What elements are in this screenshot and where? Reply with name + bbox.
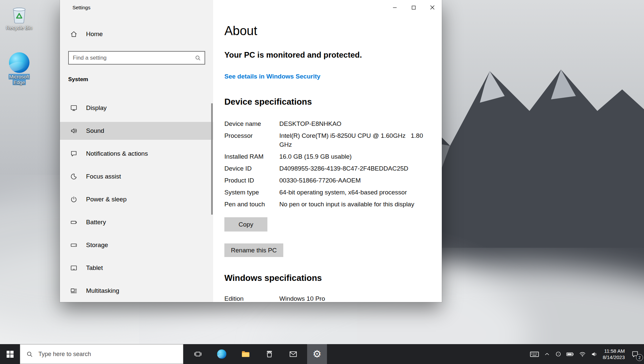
desktop-icon-label: Microsoft Edge xyxy=(4,74,34,85)
home-icon xyxy=(70,30,77,38)
spec-value: 00330-51866-77206-AAOEM xyxy=(279,176,427,185)
volume-button[interactable] xyxy=(591,351,598,357)
display-icon xyxy=(70,104,77,112)
battery-status-button[interactable] xyxy=(566,351,574,357)
window-controls xyxy=(385,0,442,15)
start-button[interactable] xyxy=(0,344,20,364)
tray-status-button[interactable] xyxy=(555,351,562,357)
taskbar: ⚙ xyxy=(0,344,644,364)
spec-label: Product ID xyxy=(224,176,279,185)
taskbar-search-input[interactable] xyxy=(38,350,148,358)
spec-label: Installed RAM xyxy=(224,152,279,161)
mail-icon xyxy=(289,350,298,358)
notifications-icon xyxy=(70,150,77,157)
storage-icon xyxy=(70,241,77,249)
sidebar-item-display[interactable]: Display xyxy=(60,99,213,117)
action-center-button[interactable]: 2 xyxy=(629,348,641,360)
window-title: Settings xyxy=(72,5,90,10)
recycle-bin-icon xyxy=(4,5,34,24)
desktop-icon-label: Recycle Bin xyxy=(4,25,34,30)
system-tray: 11:58 AM 8/14/2023 2 xyxy=(530,344,644,364)
battery-icon xyxy=(566,351,574,357)
sound-icon xyxy=(70,127,77,134)
tray-overflow-button[interactable] xyxy=(544,351,550,357)
taskbar-search[interactable] xyxy=(20,344,183,364)
edge-icon xyxy=(4,52,34,73)
windows-specs-table: Edition Windows 10 Pro xyxy=(224,294,433,302)
spec-label: System type xyxy=(224,188,279,197)
sidebar-item-notifications[interactable]: Notifications & actions xyxy=(60,145,213,163)
spec-row: System type 64-bit operating system, x64… xyxy=(224,188,433,197)
sidebar-item-power-sleep[interactable]: Power & sleep xyxy=(60,190,213,208)
mail-button[interactable] xyxy=(283,344,303,364)
spec-row: Installed RAM 16.0 GB (15.9 GB usable) xyxy=(224,152,433,161)
spec-label: Device name xyxy=(224,119,279,128)
spec-label: Processor xyxy=(224,131,279,149)
maximize-button[interactable] xyxy=(404,0,423,15)
device-specs-table: Device name DESKTOP-E8NHKAO Processor In… xyxy=(224,119,433,212)
file-explorer-button[interactable] xyxy=(236,344,255,364)
search-icon xyxy=(195,55,201,61)
microsoft-store-icon xyxy=(265,350,274,358)
windows-logo-icon xyxy=(7,351,14,358)
notification-badge: 2 xyxy=(636,354,643,361)
windows-security-link[interactable]: See details in Windows Security xyxy=(224,73,320,80)
protection-status-heading: Your PC is monitored and protected. xyxy=(224,50,362,60)
spec-label: Edition xyxy=(224,294,279,302)
sidebar-nav: Display Sound Notifications & actions Fo… xyxy=(60,99,213,305)
spec-value: DESKTOP-E8NHKAO xyxy=(279,119,427,128)
volume-icon xyxy=(591,351,598,357)
sidebar-scrollbar[interactable] xyxy=(211,103,213,215)
taskbar-clock[interactable]: 11:58 AM 8/14/2023 xyxy=(603,348,625,360)
close-icon xyxy=(430,5,435,10)
taskbar-apps: ⚙ xyxy=(188,344,327,364)
close-button[interactable] xyxy=(423,0,442,15)
minimize-button[interactable] xyxy=(385,0,404,15)
edge-icon xyxy=(217,349,226,359)
spec-value: D4098955-3286-4139-8C47-2F4BEDDAC25D xyxy=(279,164,427,173)
spec-row: Processor Intel(R) Core(TM) i5-8250U CPU… xyxy=(224,131,433,149)
sidebar-item-home[interactable]: Home xyxy=(70,30,103,38)
device-specifications-heading: Device specifications xyxy=(224,97,312,107)
rename-pc-button[interactable]: Rename this PC xyxy=(224,243,283,257)
desktop: Recycle Bin Microsoft Edge Settings H xyxy=(0,0,644,364)
spec-row: Pen and touch No pen or touch input is a… xyxy=(224,200,433,209)
task-view-button[interactable] xyxy=(188,344,208,364)
settings-search[interactable] xyxy=(68,51,205,65)
gear-icon: ⚙ xyxy=(313,349,322,359)
maximize-icon xyxy=(412,6,416,10)
spec-row: Device name DESKTOP-E8NHKAO xyxy=(224,119,433,128)
settings-button[interactable]: ⚙ xyxy=(307,344,327,364)
spec-row: Edition Windows 10 Pro xyxy=(224,294,433,302)
network-status-button[interactable] xyxy=(579,351,586,357)
copy-button[interactable]: Copy xyxy=(224,217,267,232)
network-wifi-icon xyxy=(579,351,586,357)
windows-specifications-heading: Windows specifications xyxy=(224,273,322,283)
spec-value: Windows 10 Pro xyxy=(279,294,427,302)
sidebar-section-title: System xyxy=(68,76,88,83)
file-explorer-icon xyxy=(241,349,250,359)
sidebar-item-sound[interactable]: Sound xyxy=(60,122,213,140)
sidebar-item-focus-assist[interactable]: Focus assist xyxy=(60,168,213,185)
settings-search-input[interactable] xyxy=(69,55,195,61)
tray-circle-icon xyxy=(555,351,562,357)
microsoft-store-button[interactable] xyxy=(259,344,279,364)
desktop-icon-recycle-bin[interactable]: Recycle Bin xyxy=(4,5,34,30)
home-label: Home xyxy=(86,30,103,38)
focus-assist-icon xyxy=(70,173,77,180)
sidebar-item-storage[interactable]: Storage xyxy=(60,236,213,254)
tablet-icon xyxy=(70,264,77,272)
task-view-icon xyxy=(194,350,202,358)
sidebar-item-battery[interactable]: Battery xyxy=(60,213,213,231)
spec-row: Product ID 00330-51866-77206-AAOEM xyxy=(224,176,433,185)
taskbar-edge-button[interactable] xyxy=(212,344,232,364)
sidebar-item-tablet[interactable]: Tablet xyxy=(60,259,213,277)
spec-value: Intel(R) Core(TM) i5-8250U CPU @ 1.60GHz… xyxy=(279,131,427,149)
desktop-icon-microsoft-edge[interactable]: Microsoft Edge xyxy=(4,52,34,85)
sidebar-item-multitasking[interactable]: Multitasking xyxy=(60,282,213,300)
touch-keyboard-button[interactable] xyxy=(530,350,539,358)
clock-date: 8/14/2023 xyxy=(603,354,625,360)
power-icon xyxy=(70,196,77,203)
search-icon xyxy=(26,351,33,358)
minimize-icon xyxy=(393,6,397,10)
